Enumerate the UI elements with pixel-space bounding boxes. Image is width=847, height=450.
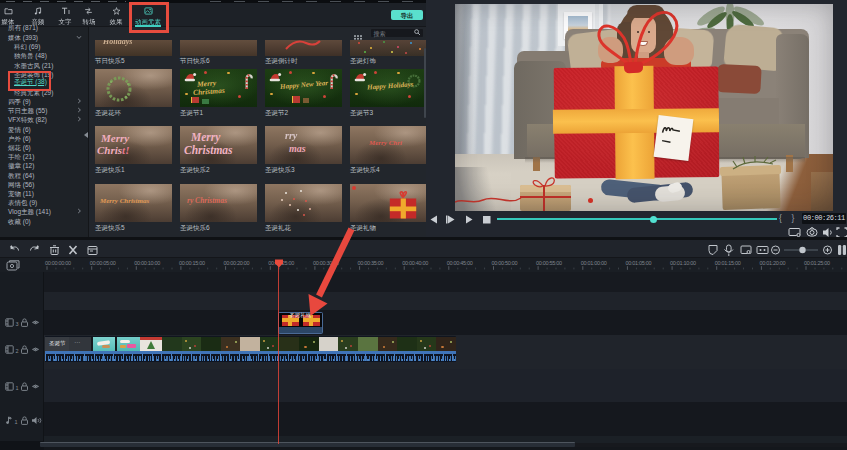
svg-text:2: 2	[16, 348, 19, 354]
svg-text:1: 1	[15, 419, 18, 425]
svg-text:1: 1	[16, 385, 19, 391]
svg-text:3: 3	[16, 321, 19, 327]
